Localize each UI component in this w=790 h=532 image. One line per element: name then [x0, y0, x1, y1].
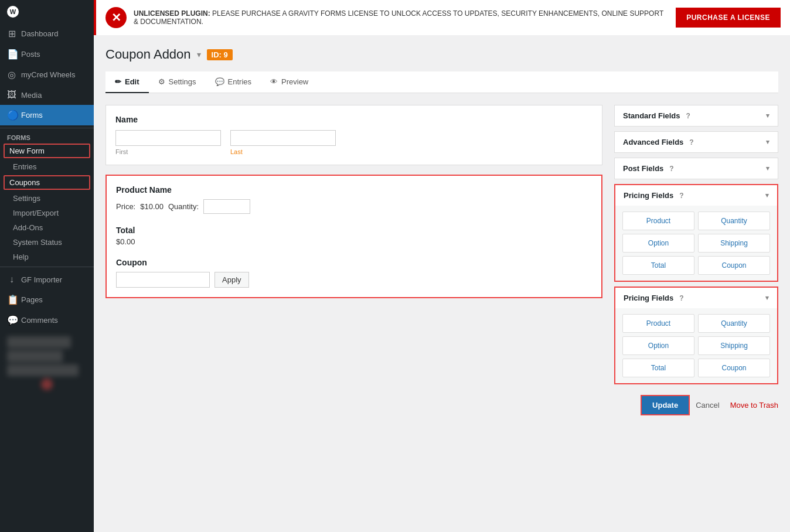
- coupon-btn-2[interactable]: Coupon: [698, 359, 770, 377]
- purchase-license-button[interactable]: PURCHASE A LICENSE: [676, 8, 781, 28]
- forms-section-label: Forms: [0, 131, 94, 142]
- media-icon: 🖼: [7, 90, 16, 100]
- quantity-btn-1[interactable]: Quantity: [698, 212, 770, 230]
- import-export-label: Import/Export: [13, 209, 59, 217]
- title-dropdown-icon[interactable]: ▾: [197, 50, 201, 59]
- pricing-fields-header-2[interactable]: Pricing Fields ? ▾: [615, 288, 777, 308]
- tab-edit[interactable]: ✏ Edit: [105, 71, 149, 93]
- posts-icon: 📄: [7, 49, 16, 60]
- advanced-fields-header[interactable]: Advanced Fields ? ▾: [615, 132, 778, 152]
- tab-entries[interactable]: 💬 Entries: [206, 71, 261, 93]
- advanced-fields-section: Advanced Fields ? ▾: [614, 131, 778, 153]
- tab-preview[interactable]: 👁 Preview: [261, 71, 318, 93]
- sidebar-item-forms[interactable]: 🔵 Forms: [0, 105, 94, 125]
- sidebar-sub-add-ons[interactable]: Add-Ons: [0, 220, 94, 235]
- action-bar: Update Cancel Move to Trash: [614, 389, 778, 421]
- entries-tab-label: Entries: [228, 77, 251, 86]
- pricing-fields-header-1[interactable]: Pricing Fields ? ▾: [615, 185, 777, 206]
- pricing-fields-chevron-2: ▾: [765, 294, 769, 302]
- banner-message: PLEASE PURCHASE A GRAVITY FORMS LICENSE …: [134, 9, 663, 26]
- page-area: Coupon Addon ▾ ID: 9 ✏ Edit ⚙ Settings 💬…: [94, 35, 790, 532]
- pricing-buttons-grid-2: Product Quantity Option Shipping Total C…: [615, 308, 777, 383]
- sidebar-item-posts[interactable]: 📄 Posts: [0, 44, 94, 64]
- sidebar-sub-import-export[interactable]: Import/Export: [0, 206, 94, 220]
- sidebar-item-mycred[interactable]: ◎ myCred Wheels: [0, 64, 94, 85]
- advanced-fields-chevron: ▾: [766, 138, 769, 146]
- sidebar-item-dashboard[interactable]: ⊞ Dashboard: [0, 23, 94, 44]
- sidebar-sub-help[interactable]: Help: [0, 250, 94, 264]
- sidebar-item-media[interactable]: 🖼 Media: [0, 85, 94, 105]
- forms-icon: 🔵: [7, 110, 16, 121]
- product-block: Product Name Price: $10.00 Quantity: Tot…: [105, 175, 602, 298]
- post-fields-header[interactable]: Post Fields ? ▾: [615, 158, 778, 179]
- standard-fields-help-icon[interactable]: ?: [686, 112, 690, 120]
- edit-tab-label: Edit: [125, 77, 139, 86]
- apply-button[interactable]: Apply: [214, 272, 249, 288]
- coupon-section: Coupon Apply: [116, 258, 592, 288]
- sidebar-sub-new-form[interactable]: New Form: [4, 144, 90, 158]
- tab-settings[interactable]: ⚙ Settings: [149, 71, 206, 93]
- editor-layout: Name First Last Product Name: [105, 105, 778, 520]
- update-button[interactable]: Update: [641, 395, 690, 415]
- total-btn-2[interactable]: Total: [622, 359, 694, 377]
- gf-importer-icon: ↓: [7, 274, 16, 285]
- coupon-btn-1[interactable]: Coupon: [698, 256, 770, 275]
- settings-label: Settings: [13, 194, 40, 203]
- first-name-input[interactable]: [115, 130, 221, 146]
- standard-fields-section: Standard Fields ? ▾: [614, 105, 778, 127]
- sidebar-sub-system-status[interactable]: System Status: [0, 235, 94, 250]
- sidebar-item-comments[interactable]: 💬 Comments: [0, 310, 94, 330]
- coupon-input[interactable]: [116, 272, 210, 288]
- pricing-fields-help-icon-2[interactable]: ?: [679, 294, 683, 302]
- product-btn-2[interactable]: Product: [622, 314, 694, 333]
- form-tabs: ✏ Edit ⚙ Settings 💬 Entries 👁 Preview: [105, 71, 778, 93]
- pricing-fields-help-icon-1[interactable]: ?: [679, 192, 683, 200]
- pricing-fields-section-2: Pricing Fields ? ▾ Product Quantity Opti…: [614, 287, 778, 384]
- quantity-input[interactable]: [203, 199, 250, 214]
- product-name-label: Product Name: [116, 185, 592, 195]
- sidebar-divider-2: [0, 267, 94, 267]
- last-label: Last: [230, 148, 336, 155]
- shipping-btn-2[interactable]: Shipping: [698, 336, 770, 355]
- sidebar-item-pages[interactable]: 📋 Pages: [0, 289, 94, 310]
- option-btn-1[interactable]: Option: [622, 234, 694, 253]
- last-name-input[interactable]: [230, 130, 336, 146]
- total-btn-1[interactable]: Total: [622, 256, 694, 275]
- sidebar-sub-entries[interactable]: Entries: [0, 159, 94, 174]
- shipping-btn-1[interactable]: Shipping: [698, 234, 770, 253]
- last-name-col: Last: [230, 130, 336, 155]
- sidebar-item-gf-importer[interactable]: ↓ GF Importer: [0, 270, 94, 289]
- comments-icon: 💬: [7, 315, 16, 326]
- settings-tab-icon: ⚙: [158, 77, 165, 86]
- coupons-label: Coupons: [9, 178, 40, 187]
- total-label: Total: [116, 226, 592, 235]
- post-fields-chevron: ▾: [766, 165, 769, 172]
- first-label: First: [115, 148, 221, 155]
- sidebar-item-label: Dashboard: [21, 29, 59, 38]
- sidebar-item-label: Forms: [21, 111, 43, 120]
- form-canvas: Name First Last Product Name: [105, 105, 602, 520]
- preview-tab-icon: 👁: [270, 77, 278, 86]
- advanced-fields-help-icon[interactable]: ?: [689, 138, 693, 146]
- product-btn-1[interactable]: Product: [622, 212, 694, 230]
- sidebar-sub-coupons[interactable]: Coupons: [4, 175, 90, 190]
- entries-label: Entries: [13, 162, 36, 171]
- post-fields-help-icon[interactable]: ?: [669, 165, 673, 173]
- standard-fields-header[interactable]: Standard Fields ? ▾: [615, 105, 778, 126]
- sidebar-sub-settings[interactable]: Settings: [0, 191, 94, 206]
- pricing-fields-header-left-2: Pricing Fields ?: [624, 294, 684, 302]
- total-value: $0.00: [116, 237, 592, 246]
- coupon-input-row: Apply: [116, 272, 592, 288]
- total-section: Total $0.00: [116, 226, 592, 246]
- move-to-trash-link[interactable]: Move to Trash: [730, 401, 778, 410]
- sidebar-item-label: Posts: [21, 50, 40, 59]
- form-title: Coupon Addon: [105, 47, 191, 62]
- sidebar-logo: W: [0, 0, 94, 23]
- option-btn-2[interactable]: Option: [622, 336, 694, 355]
- entries-tab-icon: 💬: [215, 77, 224, 86]
- cancel-link[interactable]: Cancel: [696, 401, 719, 410]
- advanced-fields-label: Advanced Fields: [623, 138, 683, 146]
- pages-label: Pages: [21, 295, 43, 304]
- comments-label: Comments: [21, 316, 58, 325]
- quantity-btn-2[interactable]: Quantity: [698, 314, 770, 333]
